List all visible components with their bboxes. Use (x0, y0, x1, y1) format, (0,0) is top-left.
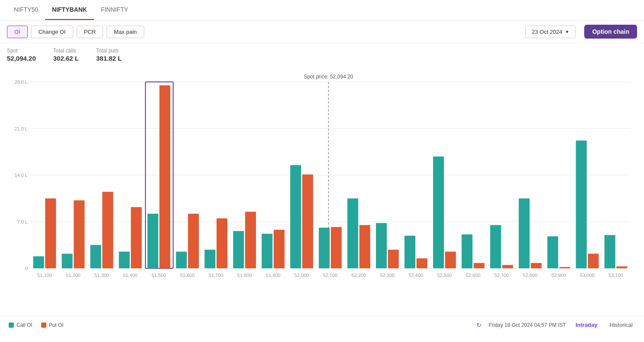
svg-rect-36 (274, 230, 285, 268)
svg-text:53,000: 53,000 (580, 273, 595, 278)
svg-text:51,100: 51,100 (37, 273, 52, 278)
tab-nifty50[interactable]: NIFTY50 (7, 0, 45, 20)
svg-rect-47 (376, 223, 387, 268)
spot-value: 52,094.20 (7, 55, 36, 62)
svg-rect-23 (147, 214, 158, 268)
svg-text:52,200: 52,200 (352, 273, 366, 278)
svg-text:51,800: 51,800 (237, 273, 252, 278)
total-calls-label: Total calls (53, 48, 79, 54)
svg-text:28.0 L: 28.0 L (14, 79, 28, 85)
date-label: 23 Oct 2024 (532, 29, 563, 35)
svg-text:Spot price: 52,094.20: Spot price: 52,094.20 (304, 74, 353, 80)
svg-rect-57 (474, 263, 485, 268)
svg-rect-53 (433, 156, 444, 268)
historical-button[interactable]: Historical (607, 321, 635, 329)
refresh-icon[interactable]: ↻ (476, 322, 482, 329)
svg-rect-50 (405, 236, 415, 268)
svg-rect-20 (119, 252, 129, 268)
svg-text:51,400: 51,400 (123, 273, 138, 278)
svg-text:51,900: 51,900 (266, 273, 281, 278)
svg-text:52,300: 52,300 (380, 273, 395, 278)
chevron-down-icon: ▼ (565, 29, 570, 34)
toolbar: OI Change OI PCR Max pain 23 Oct 2024 ▼ … (0, 20, 644, 43)
legend: Call OI Put OI (9, 322, 64, 328)
svg-text:52,500: 52,500 (437, 273, 452, 278)
svg-rect-15 (74, 200, 84, 268)
call-oi-label: Call OI (16, 322, 32, 328)
change-oi-button[interactable]: Change OI (31, 26, 73, 38)
svg-rect-30 (217, 218, 227, 268)
svg-rect-45 (359, 225, 370, 268)
call-oi-legend: Call OI (9, 322, 32, 328)
svg-text:14.0 L: 14.0 L (14, 173, 28, 178)
svg-rect-10 (146, 82, 173, 268)
svg-rect-17 (91, 245, 101, 268)
footer: Call OI Put OI ↻ Friday 18 Oct 2024 04:5… (0, 316, 644, 333)
put-oi-legend: Put OI (41, 322, 64, 328)
svg-rect-44 (347, 199, 358, 268)
spot-stat: Spot 52,094.20 (7, 48, 36, 62)
svg-rect-69 (588, 254, 599, 268)
put-oi-dot (41, 322, 46, 328)
svg-text:51,500: 51,500 (152, 273, 166, 278)
svg-rect-26 (176, 252, 187, 268)
footer-right: ↻ Friday 18 Oct 2024 04:57 PM IST Intrad… (476, 321, 635, 329)
svg-text:52,100: 52,100 (323, 273, 338, 278)
svg-rect-48 (388, 250, 399, 268)
put-oi-label: Put OI (49, 322, 64, 328)
chart-inner: 07.0 L14.0 L21.0 L28.0 L51,10051,20051,3… (4, 69, 637, 286)
svg-rect-39 (302, 174, 313, 268)
svg-text:21.0 L: 21.0 L (14, 126, 28, 131)
svg-text:51,700: 51,700 (209, 273, 223, 278)
svg-rect-65 (547, 236, 558, 268)
oi-button[interactable]: OI (7, 26, 28, 38)
call-oi-dot (9, 322, 14, 328)
svg-rect-33 (245, 212, 256, 268)
svg-rect-29 (204, 250, 215, 268)
tab-niftybank[interactable]: NIFTYBANK (45, 0, 94, 20)
view-buttons: OI Change OI PCR Max pain (7, 26, 144, 38)
svg-rect-56 (462, 235, 472, 268)
svg-text:0: 0 (25, 266, 28, 271)
tab-finnifty[interactable]: FINNIFTY (94, 0, 135, 20)
svg-rect-32 (233, 231, 244, 268)
svg-rect-66 (559, 267, 570, 268)
max-pain-button[interactable]: Max pain (107, 26, 144, 38)
svg-rect-11 (33, 256, 44, 268)
svg-rect-12 (45, 199, 56, 268)
stats-bar: Spot 52,094.20 Total calls 302.62 L Tota… (0, 43, 644, 65)
svg-text:53,100: 53,100 (608, 273, 623, 278)
svg-rect-42 (331, 227, 342, 268)
svg-rect-35 (262, 234, 272, 268)
total-puts-stat: Total puts 381.82 L (96, 48, 122, 62)
svg-rect-63 (531, 263, 541, 268)
svg-text:52,400: 52,400 (409, 273, 424, 278)
svg-rect-71 (605, 235, 615, 268)
svg-rect-54 (445, 252, 456, 268)
tab-bar: NIFTY50 NIFTYBANK FINNIFTY (0, 0, 644, 20)
svg-text:52,700: 52,700 (494, 273, 509, 278)
total-calls-value: 302.62 L (53, 55, 79, 62)
svg-rect-68 (576, 140, 587, 268)
pcr-button[interactable]: PCR (77, 26, 103, 38)
intraday-button[interactable]: Intraday (573, 321, 600, 329)
svg-text:52,900: 52,900 (551, 273, 566, 278)
option-chain-button[interactable]: Option chain (584, 25, 637, 39)
svg-rect-72 (616, 266, 627, 268)
svg-rect-60 (502, 265, 513, 268)
svg-rect-18 (102, 192, 113, 268)
svg-text:52,000: 52,000 (294, 273, 309, 278)
spot-label: Spot (7, 48, 36, 54)
date-picker[interactable]: 23 Oct 2024 ▼ (525, 26, 576, 38)
svg-rect-21 (131, 207, 142, 268)
svg-rect-41 (319, 228, 330, 268)
chart-container: 07.0 L14.0 L21.0 L28.0 L51,10051,20051,3… (0, 65, 644, 316)
svg-rect-38 (290, 165, 301, 268)
svg-rect-51 (417, 258, 427, 268)
svg-text:51,300: 51,300 (94, 273, 109, 278)
svg-text:52,600: 52,600 (466, 273, 480, 278)
timestamp: Friday 18 Oct 2024 04:57 PM IST (489, 322, 566, 328)
svg-rect-59 (490, 225, 501, 268)
svg-rect-27 (188, 214, 199, 268)
total-puts-label: Total puts (96, 48, 122, 54)
